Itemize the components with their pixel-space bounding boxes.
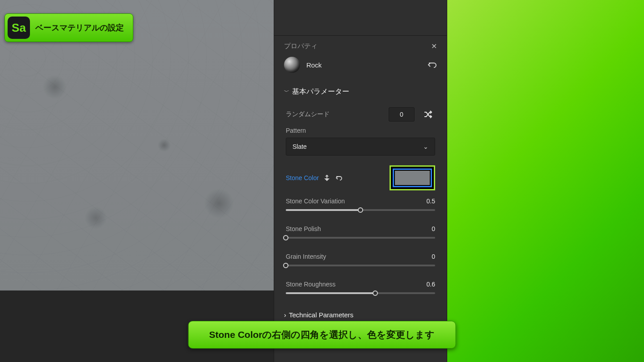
material-name: Rock bbox=[306, 61, 322, 69]
slider-thumb[interactable] bbox=[283, 235, 288, 240]
close-icon[interactable]: ✕ bbox=[431, 42, 437, 51]
tutorial-caption: Stone Colorの右側の四角を選択し、色を変更します bbox=[188, 321, 456, 349]
slider-value: 0 bbox=[432, 225, 435, 232]
material-viewport[interactable] bbox=[0, 0, 274, 290]
slider-thumb[interactable] bbox=[283, 263, 288, 268]
slider-stone-color-variation: Stone Color Variation0.5 bbox=[274, 194, 447, 222]
chevron-down-icon: ⌄ bbox=[423, 143, 428, 150]
material-row: Rock bbox=[274, 55, 447, 82]
slider-track[interactable] bbox=[286, 265, 435, 266]
tutorial-badge: Sa ベースマテリアルの設定 bbox=[4, 13, 133, 42]
slider-label: Stone Polish bbox=[286, 225, 321, 232]
slider-track[interactable] bbox=[286, 237, 435, 239]
slider-label: Stone Roughness bbox=[286, 281, 335, 288]
pattern-select[interactable]: Slate ⌄ bbox=[286, 138, 435, 156]
section-basic-params[interactable]: ﹀ 基本パラメーター bbox=[274, 82, 447, 104]
slider-value: 0 bbox=[432, 253, 435, 260]
slider-track[interactable] bbox=[286, 292, 435, 294]
slider-stone-polish: Stone Polish0 bbox=[274, 222, 447, 249]
tutorial-badge-title: ベースマテリアルの設定 bbox=[35, 22, 124, 33]
stone-color-row: Stone Color bbox=[274, 162, 447, 194]
panel-header: プロパティ ✕ bbox=[274, 36, 447, 55]
slider-thumb[interactable] bbox=[373, 290, 378, 296]
pattern-value: Slate bbox=[292, 143, 307, 150]
background-green bbox=[447, 0, 644, 362]
app-logo-icon: Sa bbox=[8, 17, 30, 39]
slider-fill bbox=[286, 209, 360, 211]
slider-stone-roughness: Stone Roughness0.6 bbox=[274, 277, 447, 305]
stone-color-swatch[interactable] bbox=[395, 171, 430, 185]
panel-title: プロパティ bbox=[284, 42, 318, 51]
section-technical-label: Technical Parameters bbox=[289, 311, 353, 319]
shuffle-icon[interactable] bbox=[421, 107, 435, 122]
slider-track[interactable] bbox=[286, 209, 435, 211]
slider-value: 0.5 bbox=[427, 198, 435, 205]
random-seed-row: ランダムシード bbox=[274, 104, 447, 125]
properties-panel: プロパティ ✕ Rock ﹀ 基本パラメーター ランダムシード Pattern … bbox=[274, 0, 447, 362]
slider-label: Stone Color Variation bbox=[286, 198, 345, 205]
slider-fill bbox=[286, 292, 375, 294]
pattern-field: Pattern Slate ⌄ bbox=[274, 125, 447, 162]
stone-color-selection bbox=[393, 168, 432, 187]
undo-icon[interactable] bbox=[427, 61, 437, 68]
section-basic-label: 基本パラメーター bbox=[292, 87, 349, 97]
slider-thumb[interactable] bbox=[358, 207, 363, 213]
chevron-right-icon: › bbox=[284, 311, 286, 319]
random-seed-input[interactable] bbox=[389, 107, 415, 122]
reset-icon[interactable] bbox=[335, 175, 342, 181]
material-thumbnail-icon[interactable] bbox=[284, 57, 300, 73]
stone-color-label: Stone Color bbox=[286, 174, 319, 181]
slider-grain-intensity: Grain Intensity0 bbox=[274, 249, 447, 277]
pin-icon[interactable] bbox=[324, 175, 330, 181]
slider-label: Grain Intensity bbox=[286, 253, 326, 260]
stone-color-highlight bbox=[390, 165, 435, 190]
panel-top-spacer bbox=[274, 0, 447, 36]
pattern-label: Pattern bbox=[286, 127, 435, 134]
random-seed-label: ランダムシード bbox=[286, 110, 389, 118]
chevron-down-icon: ﹀ bbox=[284, 88, 289, 96]
slider-value: 0.6 bbox=[427, 281, 435, 288]
